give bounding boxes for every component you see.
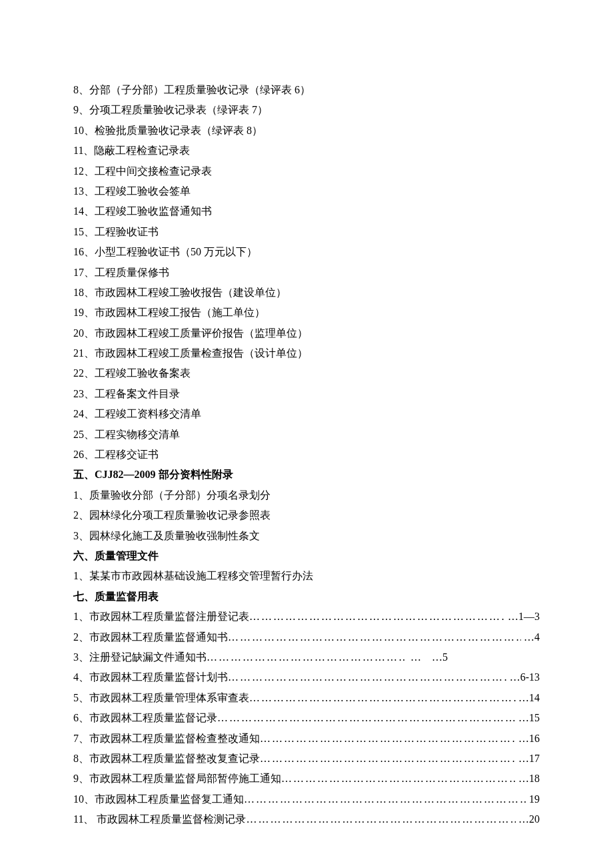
list-item: 24、工程竣工资料移交清单 <box>73 404 540 424</box>
toc-row: 5、市政园林工程质量管理体系审查表…14 <box>73 688 540 708</box>
toc-row: 11、 市政园林工程质量监督检测记录…20 <box>73 809 540 829</box>
section-heading-7: 七、质量监督用表 <box>73 587 540 607</box>
toc-label: 11、 市政园林工程质量监督检测记录 <box>73 809 246 829</box>
toc-row: 6、市政园林工程质量监督记录…15 <box>73 708 540 728</box>
toc-page: …6-13 <box>507 667 540 687</box>
list-item: 1、某某市市政园林基础设施工程移交管理暂行办法 <box>73 566 540 586</box>
toc-leader-dots <box>246 809 516 829</box>
list-item: 25、工程实物移交清单 <box>73 425 540 445</box>
toc-label: 10、市政园林工程质量监督复工通知 <box>73 789 244 809</box>
toc-leader-dots <box>228 667 507 687</box>
toc-leader-dots <box>228 627 521 647</box>
toc-leader-dots <box>281 769 516 789</box>
list-item: 13、工程竣工验收会签单 <box>73 181 540 201</box>
toc-leader-dots <box>207 647 406 667</box>
toc-page: …20 <box>516 809 540 829</box>
toc-leader-dots <box>244 789 526 809</box>
list-item: 22、工程竣工验收备案表 <box>73 363 540 383</box>
toc-label: 1、市政园林工程质量监督注册登记表 <box>73 607 249 627</box>
toc-page: …1—3 <box>505 607 540 627</box>
toc-label: 4、市政园林工程质量监督计划书 <box>73 667 228 687</box>
toc-label: 9、市政园林工程质量监督局部暂停施工通知 <box>73 769 281 789</box>
toc-page: …4 <box>521 627 540 647</box>
list-item: 23、工程备案文件目录 <box>73 384 540 404</box>
list-item: 17、工程质量保修书 <box>73 263 540 283</box>
toc-row: 2、市政园林工程质量监督通知书…4 <box>73 627 540 647</box>
list-item: 20、市政园林工程竣工质量评价报告（监理单位） <box>73 323 540 343</box>
toc-row: 8、市政园林工程质量监督整改复查记录…17 <box>73 749 540 769</box>
list-item: 15、工程验收证书 <box>73 222 540 242</box>
list-item: 10、检验批质量验收记录表（绿评表 8） <box>73 121 540 141</box>
toc-page: … …5 <box>406 647 452 667</box>
toc-label: 7、市政园林工程质量监督检查整改通知 <box>73 729 260 749</box>
toc-label: 5、市政园林工程质量管理体系审查表 <box>73 688 249 708</box>
toc-leader-dots <box>260 749 516 769</box>
toc-row: 9、市政园林工程质量监督局部暂停施工通知…18 <box>73 769 540 789</box>
list-item: 14、工程竣工验收监督通知书 <box>73 201 540 221</box>
toc-row: 3、注册登记缺漏文件通知书… …5 <box>73 647 540 667</box>
toc-label: 8、市政园林工程质量监督整改复查记录 <box>73 749 260 769</box>
toc-page: 19 <box>526 789 540 809</box>
list-item: 11、隐蔽工程检查记录表 <box>73 141 540 161</box>
list-item: 3、园林绿化施工及质量验收强制性条文 <box>73 526 540 546</box>
list-item: 12、工程中间交接检查记录表 <box>73 161 540 181</box>
list-item: 26、工程移交证书 <box>73 445 540 465</box>
toc-page: …16 <box>516 729 540 749</box>
list-item: 18、市政园林工程竣工验收报告（建设单位） <box>73 283 540 303</box>
list-item: 21、市政园林工程竣工质量检查报告（设计单位） <box>73 343 540 363</box>
list-item: 9、分项工程质量验收记录表（绿评表 7） <box>73 100 540 120</box>
list-item: 19、市政园林工程竣工报告（施工单位） <box>73 303 540 323</box>
section-heading-6: 六、质量管理文件 <box>73 546 540 566</box>
list-item: 1、质量验收分部（子分部）分项名录划分 <box>73 485 540 505</box>
toc-row: 10、市政园林工程质量监督复工通知19 <box>73 789 540 809</box>
list-item: 2、园林绿化分项工程质量验收记录参照表 <box>73 505 540 525</box>
toc-row: 1、市政园林工程质量监督注册登记表…1—3 <box>73 607 540 627</box>
toc-page: …17 <box>516 749 540 769</box>
toc-label: 3、注册登记缺漏文件通知书 <box>73 647 207 667</box>
toc-page: …15 <box>516 708 540 728</box>
toc-leader-dots <box>249 607 505 627</box>
section-heading-5: 五、CJJ82—2009 部分资料性附录 <box>73 465 540 485</box>
toc-leader-dots <box>249 688 516 708</box>
list-item: 16、小型工程验收证书（50 万元以下） <box>73 242 540 262</box>
toc-row: 7、市政园林工程质量监督检查整改通知…16 <box>73 729 540 749</box>
toc-page: …14 <box>516 688 540 708</box>
toc-row: 4、市政园林工程质量监督计划书…6-13 <box>73 667 540 687</box>
list-item: 8、分部（子分部）工程质量验收记录（绿评表 6） <box>73 80 540 100</box>
toc-label: 6、市政园林工程质量监督记录 <box>73 708 217 728</box>
toc-leader-dots <box>217 708 516 728</box>
toc-label: 2、市政园林工程质量监督通知书 <box>73 627 228 647</box>
toc-leader-dots <box>260 729 516 749</box>
toc-page: …18 <box>516 769 540 789</box>
